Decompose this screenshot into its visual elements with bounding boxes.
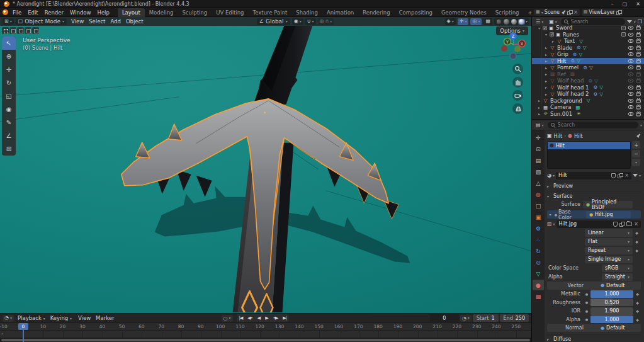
modifier-icon[interactable]: ▽ (577, 59, 580, 64)
tool-button[interactable]: ⊕ (2, 50, 16, 63)
material-slot-list[interactable]: ●Hilt (547, 141, 631, 169)
timeline-menu-item[interactable]: Marker (93, 314, 116, 322)
autokey-clock-button[interactable]: ◔▾ (460, 315, 472, 322)
expand-icon[interactable]: ▸ (537, 98, 541, 103)
preview-panel-header[interactable]: ▸Preview (547, 181, 641, 190)
modifier-icon[interactable]: ▽ (594, 79, 598, 84)
expand-icon[interactable]: ▸ (544, 59, 548, 63)
properties-tab[interactable]: ⚙ (533, 223, 544, 234)
tool-button[interactable]: ↖ (2, 37, 16, 50)
disable-render-icon[interactable] (636, 98, 642, 103)
animate-dot-icon[interactable]: ● (583, 300, 590, 304)
transport-button[interactable]: ▶| (280, 314, 289, 322)
select-mode-new-button[interactable] (2, 27, 9, 34)
pin-icon[interactable] (635, 132, 641, 139)
scene-selector[interactable]: ▦▾ Scene × (534, 9, 580, 16)
outliner-row[interactable]: ▸ ✓ ▽ Wolf head 1 ⚙▽ (532, 84, 644, 91)
disable-render-icon[interactable] (636, 25, 642, 30)
add-slot-button[interactable]: + (632, 141, 640, 149)
timeline-menu-item[interactable]: Keying ▾ (48, 314, 74, 322)
modifier-icon[interactable]: ▽ (579, 39, 583, 44)
texture-option-select[interactable]: Flat▾ (585, 238, 633, 246)
remove-slot-button[interactable]: − (632, 150, 640, 157)
default-input-chip[interactable]: ●Default (597, 282, 640, 289)
shading-solid[interactable] (503, 19, 510, 25)
modifier-icon[interactable]: ▨ (570, 72, 575, 77)
disable-render-icon[interactable] (636, 65, 642, 70)
app-menu-icon[interactable] (3, 9, 8, 15)
shading-rendered[interactable] (518, 19, 525, 25)
new-material-icon[interactable] (618, 173, 623, 178)
hide-viewport-icon[interactable] (628, 45, 634, 50)
workspace-tab[interactable]: UV Editing (212, 8, 248, 17)
tool-button[interactable]: ◱ (2, 89, 16, 103)
timeline-scrollbar[interactable] (0, 338, 531, 342)
properties-tab[interactable]: ⊝ (533, 257, 544, 268)
navigation-gizmo[interactable]: Z Y X (500, 31, 528, 61)
select-mode-intersect-button[interactable] (32, 27, 39, 34)
hide-viewport-icon[interactable] (628, 25, 634, 30)
tool-button[interactable]: ∠ (2, 129, 16, 142)
collection-checkbox[interactable]: ✓ (550, 32, 554, 37)
modifier-icon[interactable]: ⚙ (594, 85, 598, 90)
properties-tab[interactable]: □ (533, 200, 544, 211)
workspace-tab[interactable]: Scripting (491, 8, 524, 17)
expand-icon[interactable]: ▸ (544, 79, 548, 83)
texture-option-select[interactable]: Linear▾ (585, 229, 633, 237)
shading-material[interactable] (511, 19, 517, 25)
properties-tab[interactable]: ▣ (533, 212, 544, 222)
specials-icon[interactable] (633, 174, 638, 177)
diffuse-panel-header[interactable]: ▸Diffuse (547, 334, 641, 342)
hide-viewport-icon[interactable] (628, 98, 634, 103)
disable-render-icon[interactable] (636, 45, 642, 50)
pivot-point-button[interactable]: ◉▾ (292, 18, 303, 25)
modifier-icon[interactable]: ▽ (579, 52, 583, 57)
exclude-checkbox[interactable] (621, 32, 626, 37)
expand-icon[interactable]: ▸ (544, 72, 548, 76)
slot-specials-button[interactable]: ▾ (632, 159, 640, 166)
select-mode-subtract-button[interactable] (17, 27, 24, 34)
modifier-icon[interactable]: ⚙ (594, 92, 598, 97)
disable-render-icon[interactable] (636, 59, 642, 64)
hide-viewport-icon[interactable] (628, 85, 634, 90)
end-frame-field[interactable]: End250 (500, 314, 529, 322)
workspace-tab[interactable]: Shading (291, 8, 322, 17)
workspace-tab[interactable]: Sculpting (178, 8, 212, 17)
disable-render-icon[interactable] (636, 78, 642, 83)
workspace-tab[interactable]: Animation (322, 8, 358, 17)
workspace-tab[interactable]: Layout (118, 8, 145, 17)
chevron-down-icon[interactable]: ▾ (640, 123, 642, 127)
hide-viewport-icon[interactable] (628, 72, 634, 77)
modifier-icon[interactable]: ⚙ (588, 79, 592, 84)
menu-item[interactable]: Window (67, 9, 94, 16)
properties-tab[interactable]: ▽ (533, 268, 544, 279)
outliner-search-input[interactable] (571, 19, 622, 25)
properties-tab[interactable]: ▤ (533, 155, 544, 166)
disable-render-icon[interactable] (636, 105, 642, 110)
transform-orientation[interactable]: ∠Global▾ (257, 18, 290, 25)
copy-image-icon[interactable] (619, 222, 624, 227)
expand-icon[interactable]: ▸ (544, 52, 548, 57)
animate-dot-icon[interactable]: ● (583, 317, 590, 321)
material-property-row[interactable]: Metallic ● ●1.000 1.000 ◆ (547, 290, 641, 298)
hide-viewport-icon[interactable] (628, 38, 634, 43)
value-slider[interactable]: 0.520 (590, 299, 633, 306)
base-color-value-chip[interactable]: ●Hilt.jpg (586, 211, 631, 219)
transport-button[interactable]: ▶ (263, 314, 270, 322)
workspace-tab[interactable]: Texture Paint (249, 8, 292, 17)
outliner-row[interactable]: ▸ ✓ ▦ Camera ▦ (532, 104, 644, 111)
fake-user-icon[interactable] (611, 173, 616, 178)
disable-render-icon[interactable] (636, 85, 642, 90)
material-property-row[interactable]: Normal ● ●Default Default ◆ (547, 324, 641, 332)
properties-tab[interactable]: △ (533, 178, 544, 188)
hide-viewport-icon[interactable] (628, 59, 634, 64)
material-property-row[interactable]: IOR ● ●1.900 1.900 ◆ (547, 307, 641, 315)
outliner-row[interactable]: ▾ ✓ ▣ Runes (532, 31, 644, 38)
value-slider[interactable]: 1.000 (590, 316, 633, 323)
modifier-icon[interactable]: ▽ (589, 66, 593, 71)
hide-viewport-icon[interactable] (628, 105, 634, 110)
expand-icon[interactable]: ▸ (544, 45, 548, 50)
material-property-row[interactable]: Vector ● ●Default Default ◆ (547, 282, 641, 290)
outliner-row[interactable]: ▸ ✓ ▽ Wolf head ⚙▽ (532, 77, 644, 84)
expand-icon[interactable]: ▾ (537, 26, 541, 30)
